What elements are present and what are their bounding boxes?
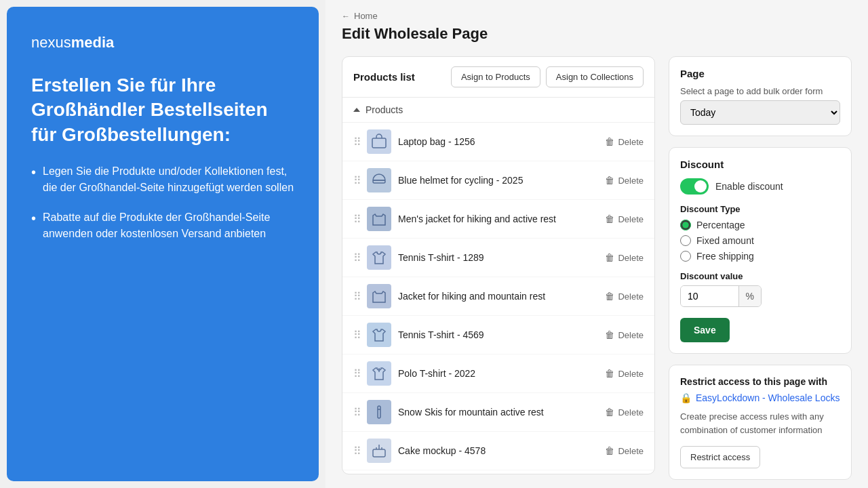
delete-button[interactable]: 🗑 Delete bbox=[605, 407, 644, 418]
delete-label: Delete bbox=[618, 253, 644, 263]
product-thumbnail bbox=[367, 245, 391, 270]
logo-suffix: media bbox=[71, 34, 115, 51]
discount-type-group: PercentageFixed amountFree shipping bbox=[680, 220, 840, 262]
delete-button[interactable]: 🗑 Delete bbox=[605, 214, 644, 224]
delete-button[interactable]: 🗑 Delete bbox=[605, 175, 644, 186]
radio-label-percentage: Percentage bbox=[696, 220, 745, 230]
delete-button[interactable]: 🗑 Delete bbox=[605, 252, 644, 263]
delete-button[interactable]: 🗑 Delete bbox=[605, 136, 644, 147]
products-section: Products list Asign to Products Asign to… bbox=[342, 56, 655, 474]
product-name: Cake mockup - 4578 bbox=[398, 445, 598, 456]
products-group-label: Products bbox=[366, 104, 403, 115]
product-thumbnail bbox=[367, 400, 391, 424]
discount-type-free[interactable]: Free shipping bbox=[680, 251, 840, 262]
product-name: Snow Skis for mountain active rest bbox=[398, 407, 598, 418]
delete-label: Delete bbox=[618, 369, 644, 379]
logo: nexusmedia bbox=[31, 34, 294, 52]
delete-button[interactable]: 🗑 Delete bbox=[605, 368, 644, 379]
discount-value-input[interactable] bbox=[681, 286, 738, 306]
trash-icon: 🗑 bbox=[605, 214, 614, 224]
delete-label: Delete bbox=[618, 176, 644, 186]
enable-discount-toggle[interactable] bbox=[680, 178, 709, 195]
product-row: ⠿ Cake mockup - 4578 🗑 Delete bbox=[342, 432, 654, 470]
svg-rect-3 bbox=[378, 406, 380, 418]
drag-handle-icon[interactable]: ⠿ bbox=[353, 367, 360, 380]
right-sidebar: Page Select a page to add bulk order for… bbox=[669, 56, 852, 474]
product-name: Men's jacket for hiking and active rest bbox=[398, 214, 598, 224]
lock-icon: 🔒 bbox=[680, 392, 692, 403]
product-thumbnail bbox=[367, 207, 391, 231]
product-thumbnail bbox=[367, 439, 391, 463]
assign-collections-button[interactable]: Asign to Collections bbox=[546, 66, 644, 87]
drag-handle-icon[interactable]: ⠿ bbox=[353, 445, 360, 458]
left-panel: nexusmedia Erstellen Sie für Ihre Großhä… bbox=[7, 7, 319, 481]
products-group-header: Products bbox=[342, 98, 654, 123]
product-thumbnail bbox=[367, 323, 391, 347]
trash-icon: 🗑 bbox=[605, 407, 614, 418]
bullet-item-1: Legen Sie die Produkte und/oder Kollekti… bbox=[31, 163, 294, 196]
delete-label: Delete bbox=[618, 214, 644, 224]
drag-handle-icon[interactable]: ⠿ bbox=[353, 174, 360, 187]
page-select[interactable]: TodayHomeProductsCustom bbox=[680, 100, 840, 125]
discount-type-fixed[interactable]: Fixed amount bbox=[680, 235, 840, 246]
product-row: ⠿ Jacket for hiking and mountain rest 🗑 … bbox=[342, 277, 654, 316]
delete-label: Delete bbox=[618, 330, 644, 340]
bullet-list: Legen Sie die Produkte und/oder Kollekti… bbox=[31, 163, 294, 242]
discount-type-percentage[interactable]: Percentage bbox=[680, 220, 840, 230]
page-card-title: Page bbox=[680, 68, 840, 79]
drag-handle-icon[interactable]: ⠿ bbox=[353, 136, 360, 148]
product-thumbnail bbox=[367, 168, 391, 192]
right-area: ← Home Edit Wholesale Page Products list… bbox=[326, 0, 868, 488]
page-card: Page Select a page to add bulk order for… bbox=[669, 56, 852, 136]
delete-button[interactable]: 🗑 Delete bbox=[605, 329, 644, 340]
drag-handle-icon[interactable]: ⠿ bbox=[353, 251, 360, 264]
products-header: Products list Asign to Products Asign to… bbox=[342, 57, 654, 98]
save-button[interactable]: Save bbox=[680, 318, 730, 342]
page-title: Edit Wholesale Page bbox=[342, 25, 852, 43]
restrict-access-button[interactable]: Restrict access bbox=[680, 446, 760, 468]
product-name: Laptop bag - 1256 bbox=[398, 136, 598, 147]
breadcrumb: ← Home bbox=[342, 11, 852, 21]
product-name: Jacket for hiking and mountain rest bbox=[398, 291, 598, 302]
product-thumbnail bbox=[367, 284, 391, 308]
breadcrumb-arrow-icon: ← bbox=[342, 12, 350, 21]
product-name: Tennis T-shirt - 4569 bbox=[398, 329, 598, 340]
product-row: ⠿ Tennis T-shirt - 4569 🗑 Delete bbox=[342, 316, 654, 354]
discount-card: Discount Enable discount Discount Type P… bbox=[669, 147, 852, 354]
product-thumbnail bbox=[367, 361, 391, 386]
product-thumbnail bbox=[367, 129, 391, 154]
page-header: ← Home Edit Wholesale Page bbox=[326, 0, 868, 43]
page-select-label: Select a page to add bulk order form bbox=[680, 86, 840, 96]
svg-rect-1 bbox=[373, 180, 385, 183]
product-row: ⠿ Men's jacket for hiking and active res… bbox=[342, 200, 654, 239]
main-content: Products list Asign to Products Asign to… bbox=[326, 43, 868, 488]
delete-button[interactable]: 🗑 Delete bbox=[605, 445, 644, 456]
bullet-text-2: Rabatte auf die Produkte der Großhandel-… bbox=[43, 209, 294, 242]
drag-handle-icon[interactable]: ⠿ bbox=[353, 213, 360, 226]
trash-icon: 🗑 bbox=[605, 368, 614, 379]
drag-handle-icon[interactable]: ⠿ bbox=[353, 406, 360, 419]
product-name: Blue helmet for cycling - 2025 bbox=[398, 175, 598, 186]
trash-icon: 🗑 bbox=[605, 445, 614, 456]
enable-discount-row: Enable discount bbox=[680, 178, 840, 195]
assign-products-button[interactable]: Asign to Products bbox=[451, 66, 540, 87]
drag-handle-icon[interactable]: ⠿ bbox=[353, 329, 360, 342]
delete-label: Delete bbox=[618, 137, 644, 147]
products-list-title: Products list bbox=[353, 71, 415, 83]
product-row: ⠿ Snow Skis for mountain active rest 🗑 D… bbox=[342, 393, 654, 432]
trash-icon: 🗑 bbox=[605, 329, 614, 340]
breadcrumb-home[interactable]: Home bbox=[354, 11, 378, 21]
svg-rect-0 bbox=[372, 138, 386, 148]
header-buttons: Asign to Products Asign to Collections bbox=[451, 66, 644, 87]
restrict-access-card: Restrict access to this page with 🔒 Easy… bbox=[669, 365, 852, 480]
product-row: ⠿ Blue helmet for cycling - 2025 🗑 Delet… bbox=[342, 161, 654, 200]
trash-icon: 🗑 bbox=[605, 175, 614, 186]
svg-rect-5 bbox=[373, 449, 385, 457]
drag-handle-icon[interactable]: ⠿ bbox=[353, 290, 360, 303]
restrict-title: Restrict access to this page with bbox=[680, 376, 840, 387]
trash-icon: 🗑 bbox=[605, 291, 614, 302]
product-name: Tennis T-shirt - 1289 bbox=[398, 252, 598, 263]
delete-button[interactable]: 🗑 Delete bbox=[605, 291, 644, 302]
delete-label: Delete bbox=[618, 291, 644, 302]
easylockdown-link[interactable]: 🔒 EasyLockdown - Wholesale Locks bbox=[680, 392, 840, 403]
